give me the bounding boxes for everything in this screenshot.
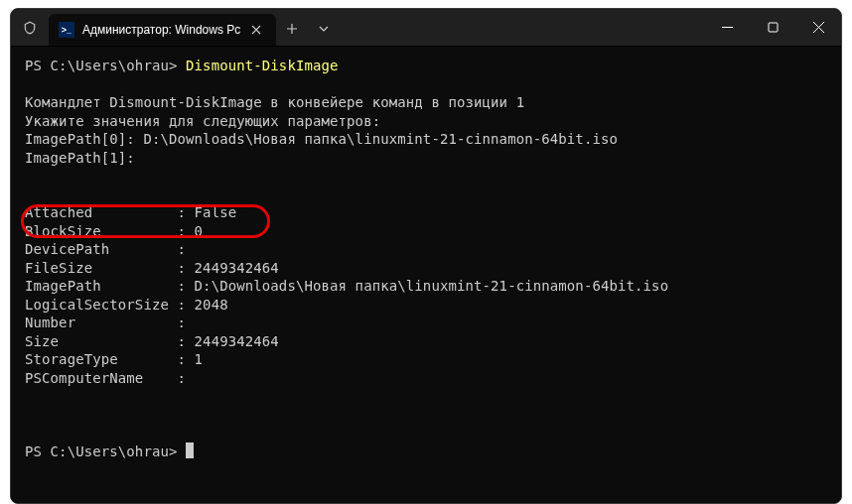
minimize-button[interactable] xyxy=(704,9,750,47)
terminal-window: >_ Администратор: Windows Pc PS C:\Users… xyxy=(10,8,842,504)
prompt-path: PS C:\Users\ohrau> xyxy=(25,58,186,73)
terminal-content[interactable]: PS C:\Users\ohrau> Dismount-DiskImage Ко… xyxy=(11,47,841,503)
output-number: Number : xyxy=(25,314,827,332)
titlebar: >_ Администратор: Windows Pc xyxy=(11,9,841,47)
output-size: Size : 2449342464 xyxy=(25,332,827,351)
output-line: ImagePath[0]: D:\Downloads\Новая папка\l… xyxy=(25,130,827,149)
close-window-button[interactable] xyxy=(795,9,841,47)
output-blocksize: BlockSize : 0 xyxy=(25,222,827,241)
new-tab-button[interactable] xyxy=(276,13,308,45)
output-line: Укажите значения для следующих параметро… xyxy=(25,112,827,131)
shield-icon xyxy=(11,21,49,35)
output-line: Командлет Dismount-DiskImage в конвейере… xyxy=(25,93,827,112)
cursor xyxy=(186,442,194,458)
output-storagetype: StorageType : 1 xyxy=(25,350,827,369)
tab-powershell[interactable]: >_ Администратор: Windows Pc xyxy=(49,14,276,46)
output-imagepath: ImagePath : D:\Downloads\Новая папка\lin… xyxy=(25,277,827,296)
output-logicalsectorsize: LogicalSectorSize : 2048 xyxy=(25,296,827,315)
output-attached: Attached : False xyxy=(25,203,827,222)
close-tab-button[interactable] xyxy=(248,22,264,38)
powershell-icon: >_ xyxy=(59,22,74,38)
maximize-button[interactable] xyxy=(750,9,795,47)
output-devicepath: DevicePath : xyxy=(25,240,827,259)
output-line: ImagePath[1]: xyxy=(25,149,827,168)
tab-dropdown-button[interactable] xyxy=(308,13,340,45)
output-filesize: FileSize : 2449342464 xyxy=(25,259,827,278)
command-text: Dismount-DiskImage xyxy=(186,58,339,73)
prompt-path: PS C:\Users\ohrau> xyxy=(25,443,186,459)
svg-rect-0 xyxy=(769,23,778,32)
tab-title: Администратор: Windows Pc xyxy=(82,23,240,37)
output-pscomputername: PSComputerName : xyxy=(25,369,827,388)
